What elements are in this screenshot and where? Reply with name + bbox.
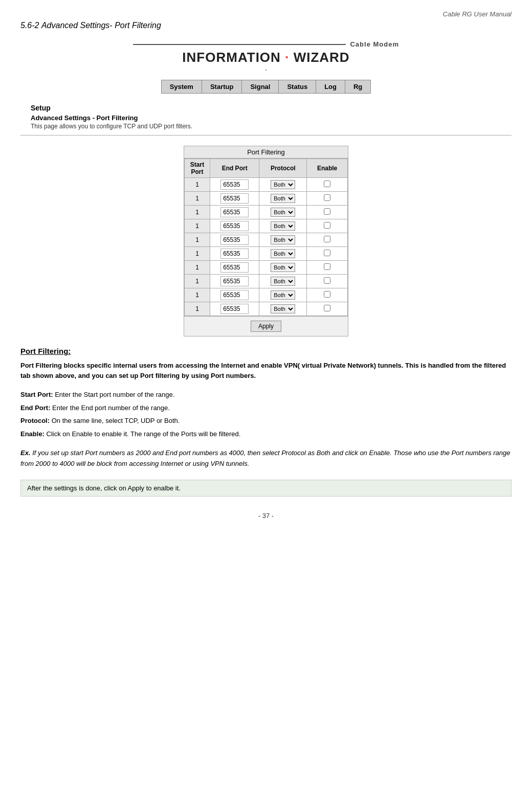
nav-item-status[interactable]: Status [279,80,316,93]
table-row: 1BothTCPUDP [185,247,348,261]
nav-item-log[interactable]: Log [316,80,345,93]
protocol-select-1[interactable]: BothTCPUDP [271,194,295,203]
protocol-cell-7[interactable]: BothTCPUDP [259,275,307,288]
protocol-select-5[interactable]: BothTCPUDP [271,249,295,258]
modem-brand-row: Cable Modem [133,40,399,48]
table-row: 1BothTCPUDP [185,233,348,247]
nav-item-signal[interactable]: Signal [242,80,279,93]
divider [20,135,512,136]
enable-cell-8[interactable] [307,288,348,302]
nav-bar [265,70,267,71]
enable-cell-7[interactable] [307,275,348,288]
start-port-cell-5: 1 [185,247,210,261]
end-port-cell-6[interactable] [210,261,259,275]
end-port-cell-7[interactable] [210,275,259,288]
nav-item-startup[interactable]: Startup [202,80,242,93]
table-row: 1BothTCPUDP [185,192,348,206]
protocol-select-0[interactable]: BothTCPUDP [271,180,295,189]
setup-section: Setup Advanced Settings - Port Filtering… [31,104,512,130]
protocol-select-4[interactable]: BothTCPUDP [271,235,295,244]
end-port-cell-0[interactable] [210,178,259,192]
enable-checkbox-5[interactable] [324,250,330,256]
enable-cell-2[interactable] [307,206,348,219]
end-port-cell-2[interactable] [210,206,259,219]
protocol-select-2[interactable]: BothTCPUDP [271,208,295,217]
table-header-start-port: Start Port [185,159,210,178]
end-port-input-9[interactable] [220,304,249,314]
start-port-cell-7: 1 [185,275,210,288]
enable-cell-1[interactable] [307,192,348,206]
port-filtering-section: Port Filtering: Port Filtering blocks sp… [20,347,512,497]
protocol-cell-0[interactable]: BothTCPUDP [259,178,307,192]
field-label-2: Protocol: [20,417,50,424]
enable-cell-9[interactable] [307,302,348,316]
end-port-input-3[interactable] [220,221,249,231]
protocol-cell-8[interactable]: BothTCPUDP [259,288,307,302]
table-row: 1BothTCPUDP [185,275,348,288]
end-port-cell-1[interactable] [210,192,259,206]
enable-checkbox-2[interactable] [324,208,330,215]
protocol-cell-6[interactable]: BothTCPUDP [259,261,307,275]
modem-info-wizard: INFORMATION · WIZARD [182,49,349,65]
field-desc-1: End Port: Enter the End port number of t… [20,403,512,413]
end-port-input-2[interactable] [220,207,249,217]
field-desc-2: Protocol: On the same line, select TCP, … [20,416,512,426]
end-port-input-6[interactable] [220,262,249,273]
protocol-cell-2[interactable]: BothTCPUDP [259,206,307,219]
protocol-cell-4[interactable]: BothTCPUDP [259,233,307,247]
apply-button[interactable]: Apply [251,321,281,332]
protocol-cell-9[interactable]: BothTCPUDP [259,302,307,316]
field-desc-3: Enable: Click on Enable to enable it. Th… [20,429,512,439]
enable-cell-4[interactable] [307,233,348,247]
field-desc-0: Start Port: Enter the Start port number … [20,390,512,400]
section-heading: 5.6-2 Advanced Settings- Port Filtering [20,21,512,30]
protocol-select-8[interactable]: BothTCPUDP [271,290,295,300]
enable-checkbox-3[interactable] [324,222,330,229]
setup-description: This page allows you to configure TCP an… [31,123,512,130]
end-port-cell-8[interactable] [210,288,259,302]
enable-checkbox-1[interactable] [324,194,330,201]
nav-item-system[interactable]: System [162,80,202,93]
end-port-cell-3[interactable] [210,219,259,233]
enable-cell-0[interactable] [307,178,348,192]
field-text-1: Enter the End port number of the range. [51,404,170,412]
enable-checkbox-4[interactable] [324,236,330,242]
enable-checkbox-9[interactable] [324,305,330,311]
enable-cell-3[interactable] [307,219,348,233]
example-text: If you set up start Port numbers as 2000… [20,449,511,467]
protocol-select-3[interactable]: BothTCPUDP [271,221,295,231]
end-port-input-5[interactable] [220,249,249,259]
section-number: 5.6-2 [20,21,39,30]
dot-separator: · [285,49,290,65]
section-title: Advanced Settings- [41,21,113,30]
end-port-cell-4[interactable] [210,233,259,247]
end-port-input-1[interactable] [220,193,249,204]
protocol-select-7[interactable]: BothTCPUDP [271,277,295,286]
enable-checkbox-8[interactable] [324,291,330,298]
table-row: 1BothTCPUDP [185,302,348,316]
port-filtering-table: Start PortEnd PortProtocolEnable 1BothTC… [184,159,348,316]
brand-line [133,44,346,45]
info-text: INFORMATION [182,50,281,65]
end-port-input-8[interactable] [220,290,249,300]
protocol-select-9[interactable]: BothTCPUDP [271,304,295,313]
protocol-cell-3[interactable]: BothTCPUDP [259,219,307,233]
enable-cell-5[interactable] [307,247,348,261]
enable-checkbox-0[interactable] [324,181,330,187]
protocol-select-6[interactable]: BothTCPUDP [271,263,295,272]
end-port-cell-9[interactable] [210,302,259,316]
enable-cell-6[interactable] [307,261,348,275]
enable-checkbox-6[interactable] [324,263,330,270]
nav-item-rg[interactable]: Rg [345,80,370,93]
end-port-input-7[interactable] [220,276,249,286]
field-text-3: Click on Enable to enable it. The range … [45,430,240,438]
end-port-cell-5[interactable] [210,247,259,261]
field-label-3: Enable: [20,430,45,438]
protocol-cell-5[interactable]: BothTCPUDP [259,247,307,261]
end-port-input-0[interactable] [220,179,249,190]
end-port-input-4[interactable] [220,235,249,245]
field-label-0: Start Port: [20,391,53,398]
protocol-cell-1[interactable]: BothTCPUDP [259,192,307,206]
enable-checkbox-7[interactable] [324,277,330,284]
field-descriptions: Start Port: Enter the Start port number … [20,390,512,439]
